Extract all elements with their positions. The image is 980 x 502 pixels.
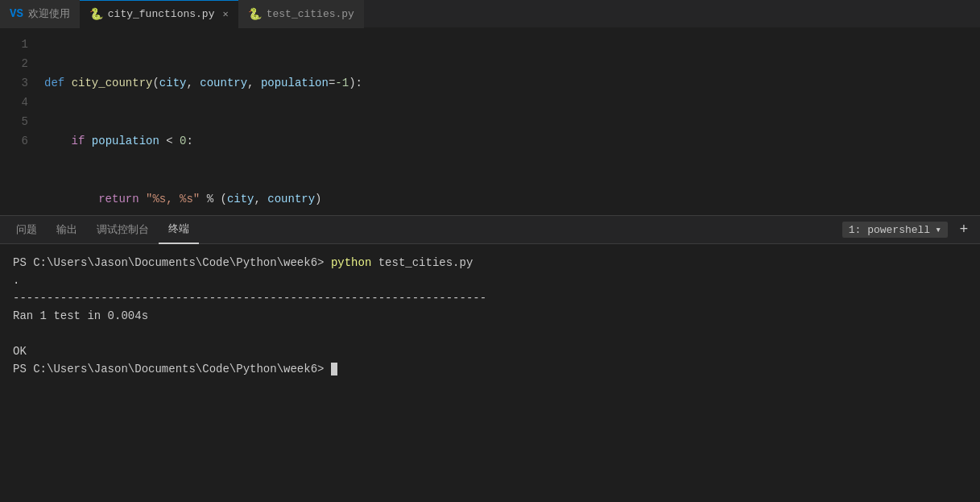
python-icon-2: 🐍 [248, 7, 262, 21]
tab-test-cities[interactable]: 🐍 test_cities.py [238, 0, 364, 28]
terminal-line-2: . [13, 272, 967, 289]
tab-city-functions-label: city_functions.py [108, 8, 215, 20]
tab-welcome-label: 欢迎使用 [28, 6, 70, 21]
terminal-cmd-rest: test_cities.py [371, 256, 473, 269]
panel-tab-bar: 问题 输出 调试控制台 终端 1: powershell ▾ + [0, 216, 980, 244]
line-num-1: 1 [0, 35, 28, 54]
tab-debug-label: 调试控制台 [97, 222, 149, 237]
terminal-prompt-2: PS C:\Users\Jason\Documents\Code\Python\… [13, 363, 331, 375]
python-icon: 🐍 [89, 7, 103, 21]
terminal-line-6: OK [13, 342, 967, 360]
terminal-line-7: PS C:\Users\Jason\Documents\Code\Python\… [13, 360, 967, 378]
code-editor[interactable]: def city_country(city, country, populati… [36, 28, 980, 215]
tab-terminal[interactable]: 终端 [159, 216, 199, 244]
tab-terminal-label: 终端 [168, 222, 189, 236]
code-line-2: if population < 0: [44, 131, 980, 151]
chevron-down-icon: ▾ [935, 223, 941, 236]
terminal-prompt-1: PS C:\Users\Jason\Documents\Code\Python\… [13, 256, 331, 269]
tab-welcome[interactable]: VS 欢迎使用 [0, 0, 80, 28]
terminal-cursor [331, 363, 337, 375]
terminal-line-1: PS C:\Users\Jason\Documents\Code\Python\… [13, 254, 967, 272]
vs-icon: VS [10, 7, 23, 20]
terminal-content[interactable]: PS C:\Users\Jason\Documents\Code\Python\… [0, 244, 980, 500]
tab-debug[interactable]: 调试控制台 [87, 216, 159, 244]
code-line-1: def city_country(city, country, populati… [44, 73, 980, 93]
tab-output-label: 输出 [56, 222, 77, 237]
tab-problems[interactable]: 问题 [6, 216, 47, 244]
line-num-3: 3 [0, 73, 28, 93]
tab-bar: VS 欢迎使用 🐍 city_functions.py ✕ 🐍 test_cit… [0, 0, 980, 28]
terminal-line-3: ----------------------------------------… [13, 289, 967, 307]
line-numbers: 1 2 3 4 5 6 [0, 28, 36, 215]
line-num-6: 6 [0, 131, 28, 151]
tab-city-functions[interactable]: 🐍 city_functions.py ✕ [80, 0, 238, 28]
add-terminal-button[interactable]: + [954, 220, 974, 239]
line-num-2: 2 [0, 54, 28, 73]
line-num-4: 4 [0, 93, 28, 112]
tab-test-cities-label: test_cities.py [267, 8, 354, 20]
terminal-line-4: Ran 1 test in 0.004s [13, 307, 967, 325]
line-num-5: 5 [0, 112, 28, 131]
close-icon[interactable]: ✕ [222, 8, 228, 20]
code-line-3: return "%s, %s" % (city, country) [44, 189, 980, 209]
panel: 问题 输出 调试控制台 终端 1: powershell ▾ + PS C:\U… [0, 216, 980, 500]
tab-output[interactable]: 输出 [47, 216, 87, 244]
terminal-cmd: python [331, 256, 371, 269]
terminal-selector-label: 1: powershell [849, 224, 930, 236]
terminal-selector[interactable]: 1: powershell ▾ [842, 222, 948, 238]
terminal-line-5 [13, 325, 967, 342]
tab-problems-label: 问题 [16, 222, 37, 237]
editor-area: 1 2 3 4 5 6 def city_country(city, count… [0, 28, 980, 216]
